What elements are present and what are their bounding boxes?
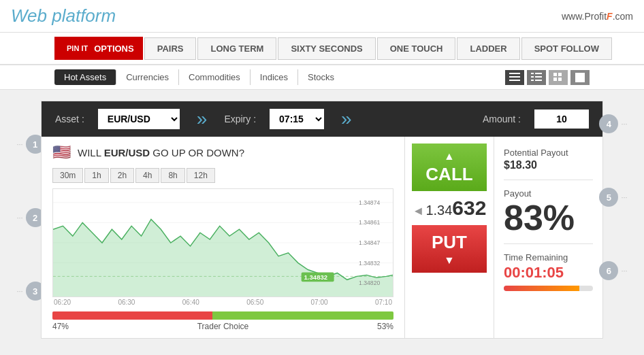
svg-rect-11 xyxy=(553,78,557,81)
view-grid-icon[interactable] xyxy=(549,70,568,85)
svg-rect-10 xyxy=(558,73,562,76)
potential-payout-label: Potential Payout xyxy=(504,148,593,158)
time-8h[interactable]: 8h xyxy=(161,168,184,183)
url-suffix: .com xyxy=(613,11,633,22)
header: Web platform www.ProfitF.com xyxy=(0,0,644,33)
svg-rect-2 xyxy=(509,80,520,81)
view-list-icon[interactable] xyxy=(527,70,546,85)
filter-indices[interactable]: Indices xyxy=(251,69,298,85)
time-label-0: 06:20 xyxy=(54,299,71,306)
svg-rect-5 xyxy=(531,80,534,81)
chart-left: 🇺🇸 WILL EUR/USD GO UP OR DOWN? 30m 1h 2h… xyxy=(42,137,405,338)
call-percent: 53% xyxy=(377,322,393,331)
call-label: CALL xyxy=(425,164,472,185)
tab-sixty-seconds[interactable]: SIXTY SECONDS xyxy=(278,37,375,60)
time-2h[interactable]: 2h xyxy=(110,168,134,183)
flag-icon: 🇺🇸 xyxy=(52,143,71,161)
svg-rect-7 xyxy=(535,76,542,78)
filter-stocks[interactable]: Stocks xyxy=(298,69,344,85)
chart-canvas: 1.34832 1.34874 1.34861 1.34847 1.34832 … xyxy=(52,188,393,297)
svg-rect-1 xyxy=(509,76,520,78)
tab-long-term[interactable]: LONG TERM xyxy=(197,37,276,60)
filter-bar: Hot Assets Currencies Commodities Indice… xyxy=(0,65,644,90)
question-prefix: WILL xyxy=(78,147,104,158)
amount-label: Amount : xyxy=(483,114,521,124)
right-steps: 4 ··· 5 ··· 6 ··· xyxy=(603,101,624,280)
time-label-3: 06:50 xyxy=(246,299,263,306)
tab-ladder[interactable]: LADDER xyxy=(457,37,519,60)
tab-pairs[interactable]: PAIRS xyxy=(144,37,197,60)
filter-currencies[interactable]: Currencies xyxy=(116,69,179,85)
svg-rect-3 xyxy=(531,73,534,74)
time-label-4: 07:00 xyxy=(311,299,328,306)
time-remaining-value: 00:01:05 xyxy=(504,264,593,282)
svg-rect-13 xyxy=(575,73,585,82)
chart-section: 🇺🇸 WILL EUR/USD GO UP OR DOWN? 30m 1h 2h… xyxy=(42,137,602,338)
put-arrow-icon: ▼ xyxy=(444,254,455,267)
chart-question: WILL EUR/USD GO UP OR DOWN? xyxy=(78,147,244,158)
filter-commodities[interactable]: Commodities xyxy=(179,69,251,85)
time-1h[interactable]: 1h xyxy=(84,168,108,183)
asset-label: Asset : xyxy=(55,114,84,124)
svg-text:1.34847: 1.34847 xyxy=(359,239,380,246)
trading-panel: Asset : EUR/USD » Expiry : 07:15 » Amoun… xyxy=(41,101,603,339)
time-12h[interactable]: 12h xyxy=(187,168,215,183)
svg-text:1.34861: 1.34861 xyxy=(359,219,380,226)
time-30m[interactable]: 30m xyxy=(52,168,83,183)
call-button[interactable]: ▲ CALL xyxy=(412,143,487,191)
site-title: Web platform xyxy=(11,5,116,27)
price-arrow-left[interactable]: ◄ xyxy=(413,204,425,218)
chevron-2-icon: » xyxy=(341,108,352,130)
call-arrow-icon: ▲ xyxy=(444,150,455,163)
divider-2 xyxy=(504,243,593,244)
progress-bar-call xyxy=(212,311,393,320)
view-menu-icon[interactable] xyxy=(505,70,524,85)
trader-choice-label: Trader Choice xyxy=(197,322,249,331)
filter-hot-assets[interactable]: Hot Assets xyxy=(54,69,116,85)
payout-label: Payout xyxy=(504,188,593,199)
put-label: PUT xyxy=(432,232,467,253)
tab-options[interactable]: Pin it OPTIONS xyxy=(54,37,143,60)
put-button[interactable]: PUT ▼ xyxy=(412,225,487,273)
divider-1 xyxy=(504,180,593,180)
svg-rect-8 xyxy=(535,80,542,81)
time-remaining-label: Time Remaining xyxy=(504,252,593,263)
progress-bar-put xyxy=(52,311,212,320)
url-prefix: www.Profit xyxy=(562,11,607,22)
price-big: 632 xyxy=(452,197,486,220)
options-bar: Asset : EUR/USD » Expiry : 07:15 » Amoun… xyxy=(42,101,602,137)
svg-text:1.34820: 1.34820 xyxy=(359,280,380,286)
svg-rect-6 xyxy=(535,73,542,74)
choice-labels: 47% Trader Choice 53% xyxy=(52,322,393,331)
view-block-icon[interactable] xyxy=(570,70,590,85)
svg-rect-12 xyxy=(558,78,562,81)
side-panel: Potential Payout $18.30 Payout 83% Time … xyxy=(494,137,602,338)
chart-right: ▲ CALL ◄ 1.34632 PUT ▼ xyxy=(405,137,494,338)
filter-tabs: Hot Assets Currencies Commodities Indice… xyxy=(54,69,344,85)
pin-badge: Pin it xyxy=(63,43,91,54)
amount-input[interactable] xyxy=(534,109,589,129)
asset-select[interactable]: EUR/USD xyxy=(98,109,180,129)
potential-payout-value: $18.30 xyxy=(504,159,593,171)
view-icons xyxy=(505,70,590,85)
nav-bar: Pin it OPTIONS PAIRS LONG TERM SIXTY SEC… xyxy=(0,33,644,65)
svg-text:1.34874: 1.34874 xyxy=(359,199,380,206)
tab-one-touch[interactable]: ONE TOUCH xyxy=(377,37,456,60)
step-6: 6 ··· xyxy=(599,261,627,280)
left-steps: ··· 1 ··· 2 ··· 3 xyxy=(20,101,41,301)
svg-rect-4 xyxy=(531,76,534,78)
time-4h[interactable]: 4h xyxy=(135,168,159,183)
chevron-1-icon: » xyxy=(197,108,208,130)
expiry-select[interactable]: 07:15 xyxy=(270,109,324,129)
svg-rect-0 xyxy=(509,73,520,74)
price-main: 1.34 xyxy=(425,203,452,218)
time-label-1: 06:30 xyxy=(118,299,135,306)
put-percent: 47% xyxy=(52,322,69,331)
options-label: OPTIONS xyxy=(94,44,134,54)
svg-text:1.34832: 1.34832 xyxy=(304,273,327,281)
svg-text:1.34832: 1.34832 xyxy=(359,259,380,266)
chart-asset: EUR/USD xyxy=(104,147,150,158)
question-suffix: GO UP OR DOWN? xyxy=(150,147,244,158)
tab-spot-follow[interactable]: SPOT FOLLOW xyxy=(521,37,612,60)
expiry-label: Expiry : xyxy=(224,114,256,124)
